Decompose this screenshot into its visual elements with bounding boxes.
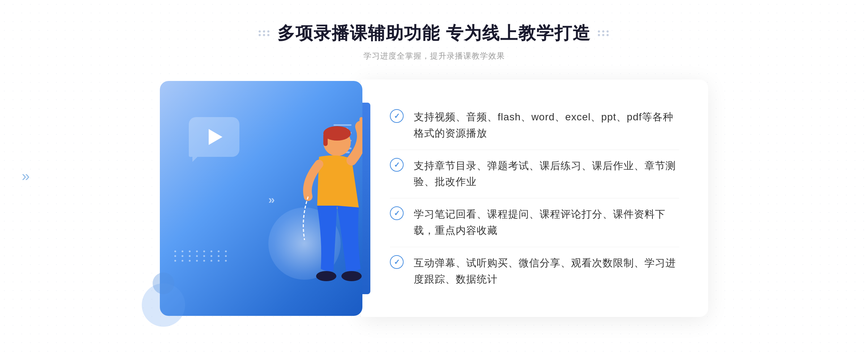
check-icon-1: ✓ xyxy=(390,109,404,123)
person-figure xyxy=(272,113,373,316)
feature-item-4: ✓ 互动弹幕、试听购买、微信分享、观看次数限制、学习进度跟踪、数据统计 xyxy=(390,247,679,296)
title-row: 多项录播课辅助功能 专为线上教学打造 xyxy=(259,22,609,45)
blue-bar-decoration xyxy=(362,103,370,294)
check-icon-4: ✓ xyxy=(390,255,404,269)
svg-point-6 xyxy=(341,271,362,281)
illustration-dots xyxy=(174,250,229,262)
feature-text-4: 互动弹幕、试听购买、微信分享、观看次数限制、学习进度跟踪、数据统计 xyxy=(414,255,679,288)
feature-text-1: 支持视频、音频、flash、word、excel、ppt、pdf等各种格式的资源… xyxy=(414,109,679,142)
play-bubble xyxy=(189,117,239,157)
feature-text-2: 支持章节目录、弹题考试、课后练习、课后作业、章节测验、批改作业 xyxy=(414,158,679,190)
check-icon-2: ✓ xyxy=(390,158,404,172)
page-title: 多项录播课辅助功能 专为线上教学打造 xyxy=(277,22,590,45)
feature-item-2: ✓ 支持章节目录、弹题考试、课后练习、课后作业、章节测验、批改作业 xyxy=(390,150,679,199)
main-content: » xyxy=(145,80,723,317)
page-header: 多项录播课辅助功能 专为线上教学打造 学习进度全掌握，提升录播课教学效果 xyxy=(259,22,609,61)
checkmark-3: ✓ xyxy=(394,210,400,217)
feature-item-1: ✓ 支持视频、音频、flash、word、excel、ppt、pdf等各种格式的… xyxy=(390,101,679,150)
check-icon-3: ✓ xyxy=(390,206,404,220)
feature-item-3: ✓ 学习笔记回看、课程提问、课程评论打分、课件资料下载，重点内容收藏 xyxy=(390,198,679,247)
svg-point-5 xyxy=(316,271,336,281)
page-wrapper: » 多项录播课辅助功能 专为线上教学打造 学习进度全掌握，提升录播课教学效果 xyxy=(0,0,868,352)
play-icon xyxy=(209,129,222,145)
left-arrow-decoration: » xyxy=(22,168,30,184)
checkmark-2: ✓ xyxy=(394,161,400,168)
svg-rect-2 xyxy=(323,133,328,146)
illustration-card: » xyxy=(160,81,362,316)
checkmark-1: ✓ xyxy=(394,112,400,120)
feature-text-3: 学习笔记回看、课程提问、课程评论打分、课件资料下载，重点内容收藏 xyxy=(414,206,679,239)
page-subtitle: 学习进度全掌握，提升录播课教学效果 xyxy=(259,51,609,61)
content-card: ✓ 支持视频、音频、flash、word、excel、ppt、pdf等各种格式的… xyxy=(361,80,708,317)
right-dots-decoration xyxy=(598,30,609,36)
left-dots-decoration xyxy=(259,30,270,36)
checkmark-4: ✓ xyxy=(394,258,400,266)
circle-decoration-2 xyxy=(153,272,174,294)
